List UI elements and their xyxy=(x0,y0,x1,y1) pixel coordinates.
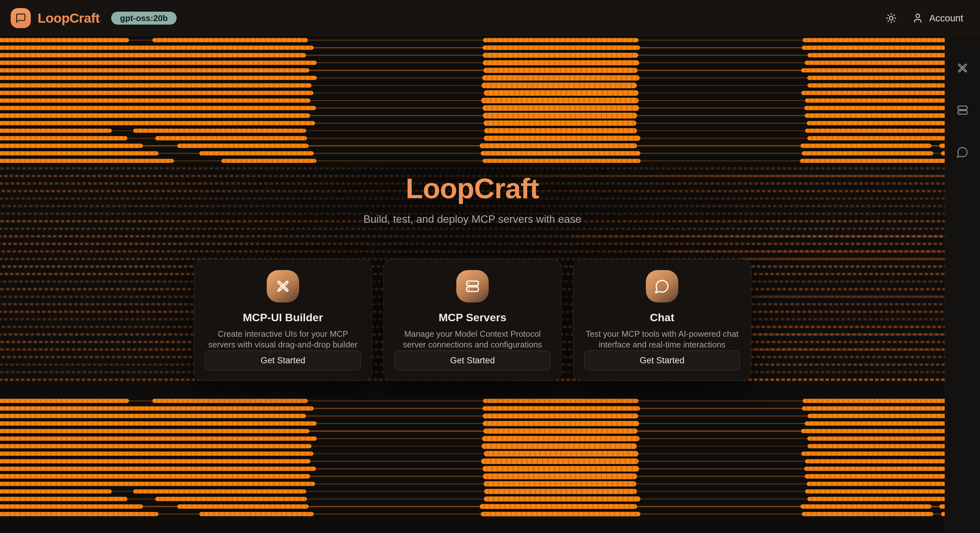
hero-section: LoopCraft Build, test, and deploy MCP se… xyxy=(0,174,945,225)
card-title: MCP-UI Builder xyxy=(243,311,323,324)
chat-square-icon xyxy=(15,13,26,24)
get-started-button-builder[interactable]: Get Started xyxy=(205,351,361,370)
main-area: LoopCraft Build, test, and deploy MCP se… xyxy=(0,36,945,533)
account-button[interactable]: Account xyxy=(912,13,963,24)
brand-name: LoopCraft xyxy=(38,11,100,26)
sun-icon xyxy=(886,13,897,24)
account-label: Account xyxy=(929,13,963,24)
card-icon-badge xyxy=(456,270,489,303)
model-badge: gpt-oss:20b xyxy=(111,12,176,25)
get-started-button-chat[interactable]: Get Started xyxy=(584,351,740,370)
server-icon xyxy=(956,104,969,116)
card-description: Test your MCP tools with AI-powered chat… xyxy=(585,329,738,350)
feature-cards: MCP-UI Builder Create interactive UIs fo… xyxy=(194,259,751,381)
card-chat: Chat Test your MCP tools with AI-powered… xyxy=(573,259,751,381)
navbar-actions: Account xyxy=(886,13,963,24)
sidebar-item-servers[interactable] xyxy=(956,104,969,116)
card-title: MCP Servers xyxy=(439,311,506,324)
pencil-cross-icon xyxy=(956,62,969,74)
sidebar-item-builder[interactable] xyxy=(956,62,969,74)
card-description: Manage your Model Context Protocol serve… xyxy=(403,329,542,350)
page-subtitle: Build, test, and deploy MCP servers with… xyxy=(0,213,945,225)
server-icon xyxy=(465,279,480,294)
user-icon xyxy=(912,13,923,24)
right-sidebar xyxy=(945,36,980,533)
sidebar-item-chat[interactable] xyxy=(956,146,969,159)
card-mcp-servers: MCP Servers Manage your Model Context Pr… xyxy=(383,259,562,381)
card-icon-badge xyxy=(646,270,678,303)
card-icon-badge xyxy=(267,270,299,303)
theme-toggle-button[interactable] xyxy=(886,13,897,24)
card-mcp-ui-builder: MCP-UI Builder Create interactive UIs fo… xyxy=(194,259,372,381)
card-title: Chat xyxy=(650,311,675,324)
chat-bubble-icon xyxy=(654,279,670,294)
pencil-cross-icon xyxy=(275,279,291,294)
page-title: LoopCraft xyxy=(0,174,945,203)
chat-bubble-icon xyxy=(956,146,969,159)
get-started-button-servers[interactable]: Get Started xyxy=(395,351,550,370)
card-description: Create interactive UIs for your MCP serv… xyxy=(208,329,358,350)
top-navbar: LoopCraft gpt-oss:20b Account xyxy=(0,0,980,36)
app-logo[interactable] xyxy=(11,8,31,28)
